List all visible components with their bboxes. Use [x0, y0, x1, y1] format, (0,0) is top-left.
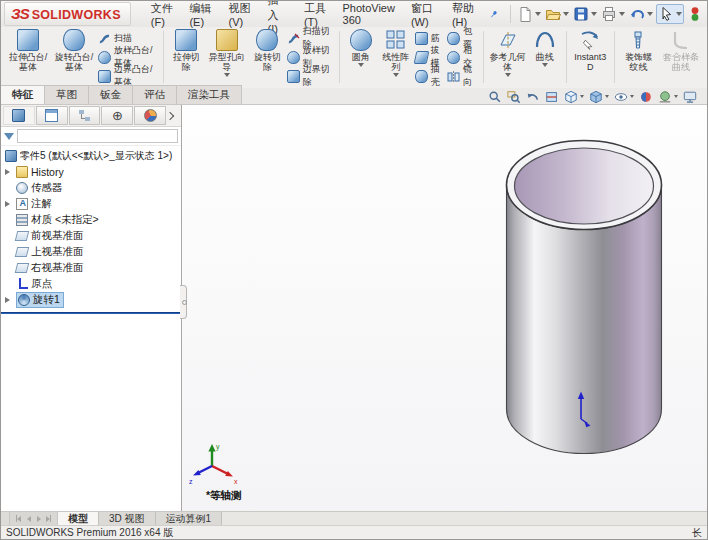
last-tab-button[interactable] [44, 514, 53, 523]
menu-edit[interactable]: 编辑(E) [181, 0, 220, 32]
tree-item-right-plane[interactable]: 右视基准面 [1, 260, 181, 276]
dropdown-caret-icon[interactable] [605, 95, 609, 98]
tab-scroll-corner[interactable] [1, 512, 10, 525]
view-settings-button[interactable] [683, 90, 697, 104]
open-icon [545, 6, 561, 22]
rollback-bar[interactable] [1, 312, 181, 314]
panel-expand-chevron-icon[interactable] [166, 111, 174, 119]
previous-tab-button[interactable] [24, 514, 33, 523]
dropdown-caret-icon[interactable] [535, 12, 541, 16]
revolved-boss-button[interactable]: 旋转凸台/基体 [51, 28, 97, 72]
tree-item-sensors[interactable]: 传感器 [1, 180, 181, 196]
view-orientation-button[interactable] [564, 90, 584, 104]
new-document-button[interactable] [516, 5, 542, 23]
tab-model[interactable]: 模型 [58, 512, 99, 525]
dropdown-caret-icon[interactable] [580, 95, 584, 98]
mirror-button[interactable]: 镜向 [447, 68, 477, 84]
hide-show-items-button[interactable] [614, 90, 634, 104]
tab-motion-study[interactable]: 运动算例1 [156, 512, 223, 525]
display-style-button[interactable] [589, 90, 609, 104]
revolved-cut-button[interactable]: 旋转切除 [249, 28, 286, 72]
pin-menu-icon[interactable] [489, 6, 499, 22]
tab-property-manager[interactable] [36, 106, 68, 125]
apply-scene-button[interactable] [658, 90, 678, 104]
dropdown-caret-icon[interactable] [358, 63, 364, 67]
dropdown-caret-icon[interactable] [563, 12, 569, 16]
expand-arrow-icon[interactable] [5, 169, 13, 175]
property-manager-icon [45, 109, 58, 122]
performance-indicator-button[interactable] [686, 5, 704, 23]
next-tab-button[interactable] [34, 514, 43, 523]
boundary-cut-button[interactable]: 边界切除 [287, 68, 334, 84]
tree-filter-input[interactable] [17, 129, 178, 143]
reference-geometry-button[interactable]: 参考几何体 [488, 28, 528, 77]
tree-item-origin[interactable]: 原点 [1, 276, 181, 292]
menu-view[interactable]: 视图(V) [220, 0, 259, 32]
tab-3d-views[interactable]: 3D 视图 [99, 512, 156, 525]
extruded-boss-button[interactable]: 拉伸凸台/基体 [5, 28, 51, 72]
menu-photoview360[interactable]: PhotoView 360 [335, 0, 403, 30]
tree-item-revolve1[interactable]: 旋转1 [1, 292, 181, 308]
instant3d-button[interactable]: Instant3D [571, 28, 610, 72]
linear-pattern-button[interactable]: 线性阵列 [378, 28, 414, 77]
open-button[interactable] [544, 5, 570, 23]
tab-dimxpert[interactable]: ⊕ [101, 106, 133, 125]
tab-evaluate[interactable]: 评估 [132, 85, 177, 104]
expand-arrow-icon[interactable] [5, 297, 13, 303]
section-view-button[interactable] [545, 90, 559, 104]
edit-appearance-button[interactable] [639, 90, 653, 104]
graphics-viewport[interactable]: y x z *等轴测 [182, 105, 707, 511]
print-button[interactable] [600, 5, 626, 23]
tree-root-part[interactable]: 零件5 (默认<<默认>_显示状态 1>) [1, 148, 181, 164]
save-button[interactable] [572, 5, 598, 23]
previous-view-button[interactable] [526, 90, 540, 104]
dropdown-caret-icon[interactable] [224, 73, 230, 77]
tab-sheet-metal[interactable]: 钣金 [88, 85, 133, 104]
tree-item-history[interactable]: History [1, 164, 181, 180]
panel-splitter-handle[interactable] [180, 285, 187, 319]
menu-file[interactable]: 文件(F) [143, 0, 182, 32]
dropdown-caret-icon[interactable] [630, 95, 634, 98]
cylinder-model[interactable] [498, 131, 688, 476]
tab-render-tools[interactable]: 渲染工具 [176, 85, 242, 104]
fit-spline-button[interactable]: 套合样条曲线 [658, 28, 704, 72]
extruded-cut-button[interactable]: 拉伸切除 [168, 28, 205, 72]
dropdown-caret-icon[interactable] [591, 12, 597, 16]
selected-tree-item[interactable]: 旋转1 [16, 292, 64, 308]
menu-window[interactable]: 窗口(W) [403, 0, 444, 32]
dropdown-caret-icon[interactable] [619, 12, 625, 16]
tab-configuration-manager[interactable] [69, 106, 101, 125]
sweep-icon [98, 32, 111, 45]
solidworks-logo[interactable]: ЗS SOLIDWORKS [4, 2, 131, 26]
fillet-button[interactable]: 圆角 [344, 28, 378, 67]
dropdown-caret-icon[interactable] [542, 63, 548, 67]
tree-item-top-plane[interactable]: 上视基准面 [1, 244, 181, 260]
bottom-tab-bar: 模型 3D 视图 运动算例1 [1, 511, 707, 525]
dropdown-caret-icon[interactable] [676, 12, 682, 16]
select-tool-button[interactable] [656, 4, 684, 24]
shell-button[interactable]: 抽壳 [415, 68, 445, 84]
tab-features[interactable]: 特征 [0, 85, 45, 104]
tree-item-front-plane[interactable]: 前视基准面 [1, 228, 181, 244]
dropdown-caret-icon[interactable] [505, 73, 511, 77]
undo-button[interactable] [628, 5, 654, 23]
tab-navigation-buttons [10, 512, 58, 525]
dropdown-caret-icon[interactable] [393, 73, 399, 77]
tree-item-annotations[interactable]: 注解 [1, 196, 181, 212]
dropdown-caret-icon[interactable] [674, 95, 678, 98]
tree-item-material[interactable]: 材质 <未指定> [1, 212, 181, 228]
zoom-to-area-button[interactable] [507, 90, 521, 104]
expand-arrow-icon[interactable] [5, 201, 13, 207]
material-icon [16, 214, 28, 226]
dropdown-caret-icon[interactable] [647, 12, 653, 16]
cosmetic-thread-button[interactable]: 装饰螺纹线 [619, 28, 658, 72]
tab-display-manager[interactable] [134, 106, 166, 125]
boundary-boss-button[interactable]: 边界凸台/基体 [98, 68, 158, 84]
first-tab-button[interactable] [14, 514, 23, 523]
svg-text:y: y [216, 443, 220, 451]
hole-wizard-button[interactable]: 异型孔向导 [205, 28, 250, 77]
zoom-to-fit-button[interactable] [488, 90, 502, 104]
tab-feature-manager[interactable] [3, 106, 35, 125]
tab-sketch[interactable]: 草图 [44, 85, 89, 104]
curves-button[interactable]: 曲线 [528, 28, 562, 67]
